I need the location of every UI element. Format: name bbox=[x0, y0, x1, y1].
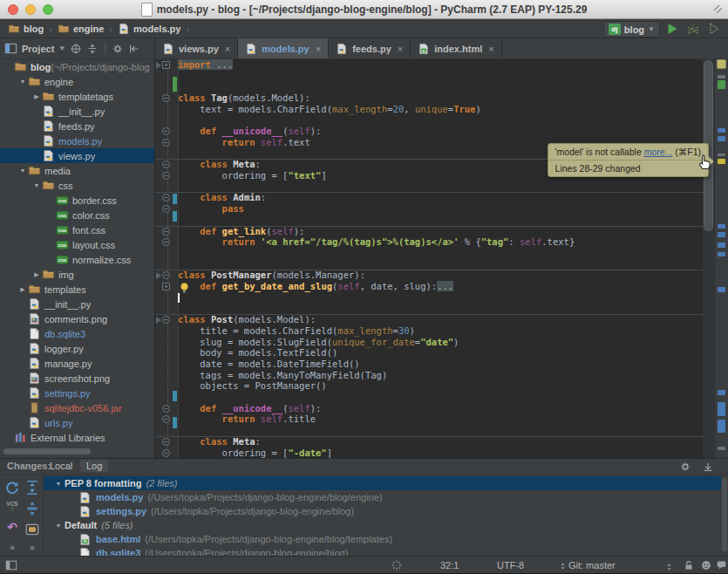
tooltip-more-link[interactable]: more... bbox=[644, 147, 673, 157]
changed-file-row-models-py[interactable]: models.py(/Users/topka/Projects/django-b… bbox=[44, 490, 721, 504]
stripe-mark[interactable] bbox=[718, 136, 725, 141]
stripe-mark[interactable] bbox=[718, 154, 725, 156]
tree-row-layout-css[interactable]: layout.css bbox=[0, 237, 154, 252]
tree-row-manage-py[interactable]: manage.py bbox=[0, 356, 154, 371]
stripe-mark[interactable] bbox=[718, 402, 725, 416]
stripe-mark[interactable] bbox=[718, 420, 725, 433]
tree-row-engine[interactable]: ▼engine bbox=[0, 74, 154, 89]
code-line[interactable] bbox=[155, 81, 728, 92]
editor-tab-views-py[interactable]: views.py× bbox=[155, 38, 238, 58]
code-line[interactable]: return '<a href="/tag/%(tag)s">%(tag)s</… bbox=[155, 236, 728, 248]
tree-row-color-css[interactable]: color.css bbox=[0, 208, 154, 222]
code-line[interactable]: class Post(models.Model): bbox=[155, 314, 728, 325]
stripe-mark[interactable] bbox=[718, 224, 725, 229]
tree-row-logger-py[interactable]: logger.py bbox=[0, 341, 154, 356]
tree-row-models-py[interactable]: models.py bbox=[0, 133, 154, 148]
tree-row-blog[interactable]: blog (~/Projects/django-blog bbox=[0, 59, 154, 74]
code-line[interactable]: objects = PostManager() bbox=[155, 380, 728, 392]
code-line[interactable]: date = models.DateTimeField() bbox=[155, 359, 728, 370]
tree-arrow-icon[interactable]: ▼ bbox=[31, 182, 42, 188]
tree-row-views-py[interactable]: views.py bbox=[0, 148, 154, 163]
changed-file-row-settings-py[interactable]: settings.py(/Users/topka/Projects/django… bbox=[44, 504, 721, 518]
tree-row-font-css[interactable]: font.css bbox=[0, 222, 154, 237]
horizontal-scrollbar[interactable] bbox=[3, 448, 91, 454]
tab-close-icon[interactable]: × bbox=[316, 44, 321, 54]
code-line[interactable]: tags = models.ManyToManyField(Tag) bbox=[155, 370, 728, 381]
code-line[interactable] bbox=[155, 425, 728, 436]
code-line[interactable] bbox=[155, 259, 728, 270]
code-line[interactable]: def __unicode__(self): bbox=[155, 403, 728, 414]
tree-arrow-icon[interactable]: ▼ bbox=[52, 523, 65, 529]
stripe-mark[interactable] bbox=[718, 159, 725, 164]
project-panel-header[interactable]: Project ▼ bbox=[0, 38, 155, 58]
code-line[interactable]: slug = models.SlugField(unique_for_date=… bbox=[155, 337, 728, 348]
caret-position[interactable]: 32:1 bbox=[440, 560, 459, 571]
changes-tab-local[interactable]: Local bbox=[44, 460, 78, 472]
collapse-all-icon[interactable] bbox=[86, 43, 99, 55]
tab-close-icon[interactable]: × bbox=[225, 44, 230, 54]
stripe-mark[interactable] bbox=[718, 243, 725, 248]
preview-diff-icon[interactable] bbox=[24, 522, 40, 537]
code-line[interactable]: pass bbox=[155, 203, 728, 215]
inspection-status-icon[interactable] bbox=[717, 59, 726, 69]
code-line[interactable]: class PostManager(models.Manager): bbox=[155, 270, 728, 281]
scroll-to-source-icon[interactable] bbox=[70, 43, 82, 55]
run-config-selector[interactable]: dj blog ▼ bbox=[603, 21, 660, 38]
code-line[interactable]: text = models.CharField(max_length=20, u… bbox=[155, 104, 728, 115]
code-line[interactable] bbox=[155, 115, 728, 126]
code-line[interactable] bbox=[155, 292, 728, 304]
toolwindow-switcher-icon[interactable] bbox=[5, 559, 17, 571]
tree-row-media[interactable]: ▼media bbox=[0, 163, 154, 178]
code-line[interactable]: ordering = ["-date"] bbox=[155, 448, 728, 459]
stripe-mark[interactable] bbox=[718, 232, 725, 237]
editor-tab-index-html[interactable]: index.html× bbox=[411, 38, 501, 58]
editor-tab-feeds-py[interactable]: feeds.py× bbox=[329, 38, 411, 58]
code-line[interactable] bbox=[155, 71, 728, 82]
changes-scrollbar[interactable] bbox=[722, 478, 727, 551]
stripe-mark[interactable] bbox=[718, 128, 725, 133]
editor-scrollbar[interactable] bbox=[703, 59, 714, 458]
changelist-row-PEP-8-formatting[interactable]: ▼PEP 8 formatting(2 files) bbox=[44, 476, 721, 490]
tree-row-normalize-css[interactable]: normalize.css bbox=[0, 252, 154, 267]
code-line[interactable]: class Tag(models.Model): bbox=[155, 92, 728, 104]
code-line[interactable]: body = models.TextField() bbox=[155, 347, 728, 359]
changed-file-row-base-html[interactable]: base.html(/Users/topka/Projects/django-b… bbox=[44, 532, 721, 546]
breadcrumb-item[interactable]: blog bbox=[5, 21, 46, 37]
tree-row-__init__-py[interactable]: __init__.py bbox=[0, 297, 154, 311]
tree-row-screenshot-png[interactable]: screenshot.png bbox=[0, 371, 154, 386]
breadcrumb-item[interactable]: models.py bbox=[115, 21, 183, 37]
feedback-icon[interactable] bbox=[716, 559, 727, 571]
stripe-mark[interactable] bbox=[718, 390, 725, 395]
collapse-all-icon[interactable] bbox=[24, 501, 40, 516]
resize-grip-icon[interactable] bbox=[713, 4, 723, 14]
commit-changes-icon[interactable]: VCS↑ bbox=[4, 502, 20, 517]
tree-row-settings-py[interactable]: settings.py bbox=[0, 386, 154, 400]
code-line[interactable]: import ... bbox=[155, 59, 728, 71]
debug-button[interactable] bbox=[686, 22, 700, 36]
tree-row-sqlitejdbc-v056-jar[interactable]: sqlitejdbc-v056.jar bbox=[0, 400, 154, 415]
code-line[interactable] bbox=[155, 215, 728, 226]
code-line[interactable]: class Admin: bbox=[155, 192, 728, 203]
code-line[interactable]: def get_by_date_and_slug(self, date, slu… bbox=[155, 281, 728, 292]
code-line[interactable] bbox=[155, 248, 728, 259]
gear-icon[interactable] bbox=[679, 461, 691, 473]
tree-row-feeds-py[interactable]: feeds.py bbox=[0, 119, 154, 133]
tree-row-css[interactable]: ▼css bbox=[0, 178, 154, 193]
revert-icon[interactable]: ↶ bbox=[4, 521, 20, 536]
code-line[interactable] bbox=[155, 181, 728, 193]
lock-icon[interactable] bbox=[683, 559, 695, 571]
file-encoding[interactable]: UTF-8 bbox=[497, 560, 524, 571]
refresh-icon[interactable] bbox=[4, 480, 20, 495]
code-line[interactable]: return self.title bbox=[155, 413, 728, 425]
code-line[interactable]: title = models.CharField(max_length=30) bbox=[155, 325, 728, 337]
tree-row-border-css[interactable]: border.css bbox=[0, 193, 154, 208]
editor[interactable]: +−−−−−−−−−−+−−−−− import ...class Tag(mo… bbox=[155, 59, 728, 458]
stripe-mark[interactable] bbox=[718, 80, 725, 89]
stripe-mark[interactable] bbox=[718, 287, 725, 292]
tree-row-__init__-py[interactable]: __init__.py bbox=[0, 104, 154, 119]
tree-row-templates[interactable]: ▶templates bbox=[0, 282, 154, 297]
stripe-mark[interactable] bbox=[718, 252, 725, 256]
tree-row-urls-py[interactable]: urls.py bbox=[0, 415, 154, 430]
expand-all-icon[interactable] bbox=[24, 480, 40, 495]
tree-row-comments-png[interactable]: comments.png bbox=[0, 311, 154, 326]
